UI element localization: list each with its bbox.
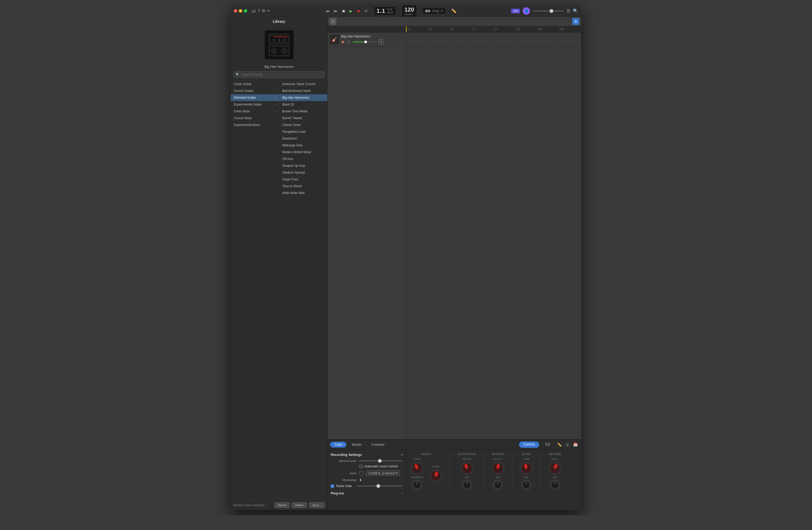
minimize-button[interactable] xyxy=(239,9,242,13)
distortion-on-knob[interactable] xyxy=(462,480,472,490)
preset-item[interactable]: Flangilated Lead xyxy=(279,128,327,135)
preset-item[interactable]: Classic Drive xyxy=(279,122,327,128)
reverb-on-knob[interactable] xyxy=(550,480,560,490)
toolbar-icon-settings[interactable]: ⚙ xyxy=(262,9,265,13)
collab-badge[interactable]: 234 xyxy=(511,9,520,13)
position-display[interactable]: 1.1 BAR BEAT xyxy=(374,6,396,16)
track-info: Big Hair Harmonics 🔇 🎧 xyxy=(341,34,404,45)
preset-item[interactable]: Brown Tone Metal xyxy=(279,108,327,115)
record-button[interactable]: ⏺ xyxy=(356,9,361,14)
preset-item[interactable]: Stadium Spread xyxy=(279,169,327,176)
input-device-dropdown[interactable]: 1 (USB A...io Device) ▾ xyxy=(366,470,400,476)
tab-master[interactable]: Master xyxy=(348,442,366,447)
gain-knob[interactable] xyxy=(410,461,424,475)
time-signature[interactable]: 4/4 Cmaj ▼ xyxy=(422,8,446,14)
category-item[interactable]: Crunch Guitar› xyxy=(231,87,279,94)
time-knob[interactable] xyxy=(520,461,533,475)
close-button[interactable] xyxy=(234,9,237,13)
cycle-button[interactable]: ↺ xyxy=(363,9,368,14)
footer-category-label[interactable]: Electric Guitar and Bass › xyxy=(233,504,266,507)
recording-settings-title: Recording Settings xyxy=(331,453,362,457)
category-item[interactable]: Crunch Bass› xyxy=(231,115,279,122)
preset-item[interactable]: Time to Shred xyxy=(279,183,327,190)
hall-knob[interactable] xyxy=(548,461,562,475)
preset-item[interactable]: Bell-Bottomed Stack xyxy=(279,87,327,94)
preset-item[interactable]: Souped Up Amp xyxy=(279,162,327,169)
transport-controls: ⏮ ⏭ ⏹ ▶ ⏺ ↺ xyxy=(325,9,368,14)
tempo-display[interactable]: 120 TEMPO xyxy=(402,5,417,17)
mute-icon[interactable]: 🔇 xyxy=(341,40,345,44)
search-right-icon[interactable]: 🔍 xyxy=(573,9,578,13)
category-list: Clean Guitar›Crunch Guitar›Distorted Gui… xyxy=(231,81,327,500)
rewind-button[interactable]: ⏮ xyxy=(325,9,331,14)
smart-controls-button[interactable] xyxy=(572,18,579,25)
tab-compare[interactable]: Compare xyxy=(367,442,389,447)
delete-button[interactable]: Delete xyxy=(292,502,307,508)
fullscreen-button[interactable] xyxy=(244,9,247,13)
spread-on-knob[interactable] xyxy=(493,480,503,490)
track-pan-knob[interactable] xyxy=(378,39,384,45)
category-item[interactable]: Clean Guitar› xyxy=(231,81,279,87)
tab-eq[interactable]: EQ xyxy=(541,442,554,448)
tab-track[interactable]: Track xyxy=(330,442,346,447)
footer-buttons: Revert Delete Save... xyxy=(274,502,325,508)
fast-forward-button[interactable]: ⏭ xyxy=(333,9,338,14)
save-button[interactable]: Save... xyxy=(309,502,325,508)
category-item[interactable]: Distorted Guitar› xyxy=(231,94,279,101)
add-track-button[interactable]: + xyxy=(330,18,336,25)
grid-controls-icon[interactable]: ⊞ xyxy=(565,442,570,448)
tab-controls[interactable]: Controls xyxy=(519,442,539,448)
drive-knob[interactable] xyxy=(460,461,474,475)
amp-group-reverb: REVERB HALL xyxy=(548,453,562,490)
bottom-panel: Track Master Compare Controls EQ ✏️ ⊞ 📅 xyxy=(328,440,581,510)
preset-item[interactable]: Big Hair Harmonics xyxy=(279,94,327,101)
pencil-icon[interactable]: ✏️ xyxy=(451,9,456,13)
depth-knob[interactable] xyxy=(491,461,505,475)
preset-item[interactable]: Wide Wide Wah xyxy=(279,190,327,196)
plugins-row[interactable]: Plug-ins › xyxy=(331,490,403,496)
user-avatar[interactable]: 👤 xyxy=(523,7,530,15)
monitoring-icon[interactable]: ⬇ xyxy=(359,478,362,482)
category-item[interactable]: Clean Bass› xyxy=(231,108,279,115)
category-item[interactable]: Experimental Bass› xyxy=(231,122,279,128)
library-title: Library xyxy=(231,17,327,26)
toolbar-icon-help[interactable]: ? xyxy=(258,9,260,13)
input-circle[interactable] xyxy=(359,471,364,476)
track-volume-bar[interactable] xyxy=(353,41,376,42)
search-bar[interactable]: 🔍 xyxy=(233,71,325,78)
auto-level-checkbox[interactable] xyxy=(360,465,363,468)
preset-item[interactable]: Super Fuzz xyxy=(279,176,327,183)
tone-knob[interactable] xyxy=(429,469,443,483)
play-button[interactable]: ▶ xyxy=(348,9,353,14)
toolbar-icon-library[interactable]: 🗂 xyxy=(251,8,256,14)
revert-button[interactable]: Revert xyxy=(274,502,290,508)
preset-item[interactable]: Black DI xyxy=(279,101,327,108)
svg-point-4 xyxy=(278,39,280,41)
noise-gate-checkbox[interactable]: ✓ xyxy=(331,485,334,488)
pencil-controls-icon[interactable]: ✏️ xyxy=(556,442,563,448)
preset-item[interactable]: Modern British Metal xyxy=(279,149,327,155)
settings-expand-icon[interactable]: ▾ xyxy=(401,453,403,457)
tremolo-knob[interactable] xyxy=(412,480,422,490)
echo-on-knob[interactable] xyxy=(521,480,532,490)
search-input[interactable] xyxy=(241,73,322,76)
master-volume[interactable] xyxy=(533,11,564,12)
record-level-label: Record Level: xyxy=(331,459,357,462)
playhead xyxy=(406,26,407,32)
preset-item[interactable]: Maelstrom xyxy=(279,135,327,142)
track-header-bar: + xyxy=(328,17,581,26)
list-view-icon[interactable]: ☰ xyxy=(567,9,570,13)
category-item[interactable]: Experimental Guitar› xyxy=(231,101,279,108)
toolbar-icon-scissors[interactable]: ✂ xyxy=(267,9,270,13)
record-level-slider[interactable] xyxy=(359,460,403,461)
preset-item[interactable]: Off Axis xyxy=(279,155,327,162)
noise-gate-slider[interactable] xyxy=(356,486,403,487)
preset-item[interactable]: Burnin' Tweed xyxy=(279,115,327,122)
headphones-icon[interactable]: 🎧 xyxy=(347,40,350,44)
preset-item[interactable]: Midrange Solo xyxy=(279,142,327,149)
amp-divider-1 xyxy=(450,453,450,490)
preset-item[interactable]: American Stack Crunch xyxy=(279,81,327,87)
calendar-controls-icon[interactable]: 📅 xyxy=(572,442,579,448)
stop-button[interactable]: ⏹ xyxy=(340,9,346,14)
amp-group-spread: SPREAD DEPTH xyxy=(491,453,505,490)
